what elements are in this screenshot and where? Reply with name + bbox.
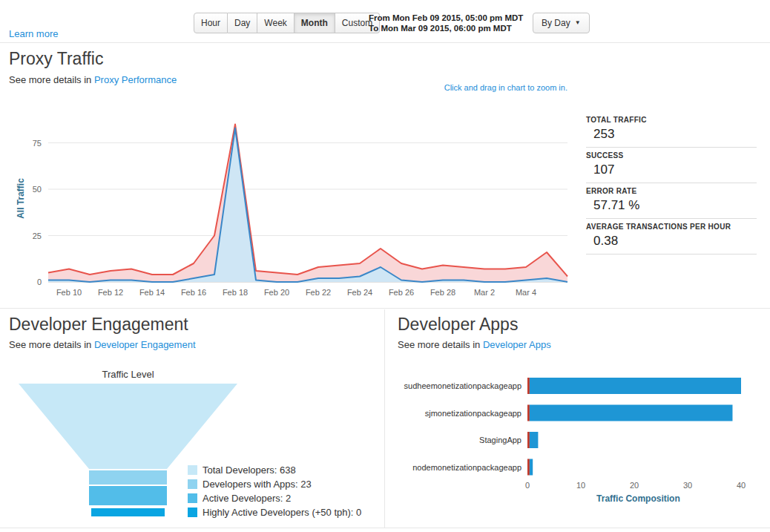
learn-more-link[interactable]: Learn more [9,28,58,39]
svg-text:Traffic Composition: Traffic Composition [596,493,680,504]
legend-item-highly-active-developers: Highly Active Developers (+50 tph): 0 [188,507,361,518]
stat-label: SUCCESS [586,151,757,160]
traffic-stats-panel: TOTAL TRAFFIC 253 SUCCESS 107 ERROR RATE… [586,112,757,254]
stat-error-rate: ERROR RATE 57.71 % [586,183,757,219]
funnel-title: Traffic Level [0,369,256,380]
svg-text:Feb 26: Feb 26 [389,288,414,297]
time-range-segmented-control: Hour Day Week Month Custom [194,13,380,33]
legend-label: Active Developers: 2 [203,493,291,504]
zoom-hint-text: Click and drag in chart to zoom in. [444,83,567,92]
group-by-dropdown[interactable]: By Day ▼ [533,13,590,33]
legend-swatch-icon [188,508,197,517]
svg-text:0: 0 [37,278,42,286]
svg-text:Feb 14: Feb 14 [139,288,165,297]
svg-text:0: 0 [525,481,530,490]
svg-text:Feb 12: Feb 12 [98,288,123,297]
svg-text:40: 40 [737,481,746,490]
developer-apps-section: Developer Apps See more details in Devel… [384,309,770,528]
developer-apps-subtitle: See more details in Developer Apps [398,339,551,350]
svg-text:30: 30 [683,481,692,490]
stat-total-traffic: TOTAL TRAFFIC 253 [586,112,757,148]
svg-text:10: 10 [576,481,585,490]
toolbar: Learn more Hour Day Week Month Custom Fr… [0,0,770,43]
subtitle-prefix: See more details in [9,339,91,350]
svg-text:Feb 24: Feb 24 [347,288,372,297]
date-range-display: From Mon Feb 09 2015, 05:00 pm MDT To Mo… [369,13,523,33]
stat-value: 0.38 [586,234,757,249]
proxy-performance-link[interactable]: Proxy Performance [94,74,177,85]
developer-apps-link[interactable]: Developer Apps [483,339,551,350]
legend-label: Developers with Apps: 23 [203,479,312,490]
range-month-button[interactable]: Month [294,13,335,33]
svg-text:Feb 22: Feb 22 [306,288,331,297]
developer-engagement-section: Developer Engagement See more details in… [0,309,384,528]
stat-label: ERROR RATE [586,187,757,195]
proxy-traffic-section: Proxy Traffic See more details in Proxy … [0,43,770,309]
range-hour-button[interactable]: Hour [194,13,228,33]
subtitle-prefix: See more details in [9,74,91,85]
stat-avg-tph: AVERAGE TRANSACTIONS PER HOUR 0.38 [586,219,757,254]
stat-label: AVERAGE TRANSACTIONS PER HOUR [586,223,757,231]
legend-item-developers-with-apps: Developers with Apps: 23 [188,479,361,490]
subtitle-prefix: See more details in [398,339,480,350]
svg-text:Mar 2: Mar 2 [474,288,495,297]
proxy-traffic-title: Proxy Traffic [9,49,103,69]
apps-chart: sudheemonetizationpackageappsjmonetizati… [385,367,767,516]
svg-text:Feb 10: Feb 10 [56,288,82,297]
legend-label: Total Developers: 638 [203,464,296,476]
svg-text:Feb 18: Feb 18 [223,288,248,297]
caret-down-icon: ▼ [575,20,581,26]
range-week-button[interactable]: Week [257,13,294,33]
svg-text:Mar 4: Mar 4 [516,288,536,297]
svg-text:50: 50 [33,185,42,194]
svg-text:sjmonetizationpackageapp: sjmonetizationpackageapp [425,409,521,418]
proxy-traffic-chart[interactable]: 0255075Feb 10Feb 12Feb 14Feb 16Feb 18Feb… [0,104,579,304]
svg-text:Feb 16: Feb 16 [181,288,206,297]
svg-text:Feb 20: Feb 20 [264,288,289,297]
stat-value: 57.71 % [586,198,757,213]
svg-text:StagingApp: StagingApp [479,436,521,444]
stat-value: 107 [586,162,757,177]
legend-swatch-icon [188,493,197,503]
stat-success: SUCCESS 107 [586,148,757,183]
svg-text:sudheemonetizationpackageapp: sudheemonetizationpackageapp [404,381,521,390]
date-to-text: To Mon Mar 09 2015, 06:00 pm MDT [369,23,523,33]
svg-text:nodemonetizationpackageapp: nodemonetizationpackageapp [412,463,521,472]
legend-item-active-developers: Active Developers: 2 [188,493,361,504]
stat-value: 253 [586,127,757,142]
date-from-text: From Mon Feb 09 2015, 05:00 pm MDT [369,13,523,23]
developer-apps-title: Developer Apps [398,315,518,335]
funnel-legend: Total Developers: 638 Developers with Ap… [188,464,361,521]
group-by-label: By Day [542,18,570,28]
developer-engagement-link[interactable]: Developer Engagement [94,339,196,350]
svg-text:25: 25 [33,231,42,240]
developer-engagement-subtitle: See more details in Developer Engagement [9,339,196,350]
proxy-traffic-subtitle: See more details in Proxy Performance [9,74,177,85]
stat-label: TOTAL TRAFFIC [586,116,757,124]
legend-swatch-icon [188,465,197,475]
legend-item-total-developers: Total Developers: 638 [188,464,361,476]
legend-swatch-icon [188,479,197,489]
range-day-button[interactable]: Day [228,13,257,33]
svg-text:75: 75 [33,139,42,148]
svg-text:All Traffic: All Traffic [16,178,26,219]
svg-text:Feb 28: Feb 28 [430,288,455,297]
developer-engagement-title: Developer Engagement [9,315,188,335]
svg-text:20: 20 [630,481,639,490]
legend-label: Highly Active Developers (+50 tph): 0 [203,507,361,518]
